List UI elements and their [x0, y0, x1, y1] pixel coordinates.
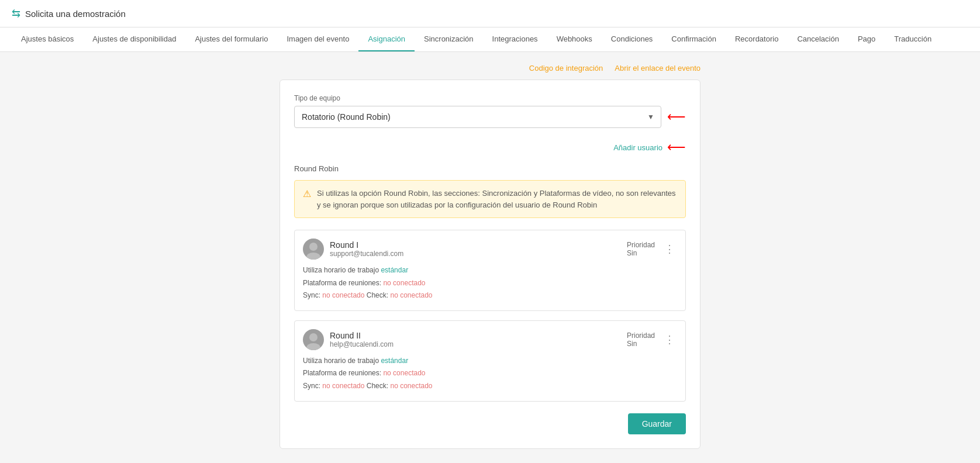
nav-item-integraciones[interactable]: Integraciones [483, 27, 547, 51]
user-1-sync-check: Sync: no conectado Check: no conectado [303, 289, 677, 302]
user-1-platform: Plataforma de reuniones: no conectado [303, 277, 677, 290]
add-user-button[interactable]: Añadir usuario [613, 143, 662, 152]
user-2-platform-value[interactable]: no conectado [383, 369, 425, 377]
user-2-sync-check: Sync: no conectado Check: no conectado [303, 380, 677, 393]
nav-item-imagen[interactable]: Imagen del evento [277, 27, 358, 51]
user-1-avatar [303, 239, 324, 260]
nav-item-sincronizacion[interactable]: Sincronización [415, 27, 483, 51]
user-row-1-header: Round I support@tucalendi.com Prioridad … [303, 239, 677, 260]
user-2-platform: Plataforma de reuniones: no conectado [303, 367, 677, 380]
main-nav: Ajustes básicos Ajustes de disponibilida… [0, 27, 980, 52]
user-2-priority-label: Prioridad [627, 331, 655, 340]
svg-point-1 [309, 243, 318, 251]
user-2-priority-section: Prioridad Sin ⋮ [627, 331, 677, 348]
user-1-check-value[interactable]: no conectado [390, 291, 432, 299]
add-user-row: Añadir usuario ⟵ [294, 140, 686, 155]
nav-item-asignacion[interactable]: Asignación [358, 27, 415, 51]
user-2-priority-value: Sin [627, 340, 655, 348]
user-1-sync-value[interactable]: no conectado [322, 291, 364, 299]
user-1-platform-text: Plataforma de reuniones: [303, 279, 381, 287]
user-2-details: Utiliza horario de trabajo estándar Plat… [303, 355, 677, 393]
nav-item-formulario[interactable]: Ajustes del formulario [185, 27, 277, 51]
team-type-group: Tipo de equipo Rotatorio (Round Robin) C… [294, 94, 686, 128]
nav-item-pago[interactable]: Pago [848, 27, 885, 51]
save-row: Guardar [294, 413, 686, 434]
user-2-check-value[interactable]: no conectado [390, 382, 432, 390]
user-1-work-schedule-text: Utiliza horario de trabajo [303, 266, 379, 274]
user-2-work-schedule: Utiliza horario de trabajo estándar [303, 355, 677, 368]
user-2-name-email: Round II help@tucalendi.com [330, 331, 394, 348]
user-2-name: Round II [330, 331, 394, 340]
save-button[interactable]: Guardar [628, 413, 686, 434]
user-1-check-text: Check: [367, 291, 388, 299]
nav-item-webhooks[interactable]: Webhooks [547, 27, 602, 51]
arrow-indicator-select: ⟵ [667, 109, 686, 125]
user-1-sync-text: Sync: [303, 291, 320, 299]
user-2-info: Round II help@tucalendi.com [303, 329, 394, 350]
user-1-work-schedule-link[interactable]: estándar [381, 266, 408, 274]
user-1-priority-value: Sin [627, 249, 655, 257]
svg-point-4 [309, 333, 318, 341]
nav-item-confirmacion[interactable]: Confirmación [662, 27, 726, 51]
user-1-details: Utiliza horario de trabajo estándar Plat… [303, 264, 677, 302]
nav-item-cancelacion[interactable]: Cancelación [788, 27, 848, 51]
user-1-priority: Prioridad Sin [627, 241, 655, 257]
user-1-name: Round I [330, 240, 403, 250]
user-1-email: support@tucalendi.com [330, 250, 403, 258]
warning-triangle-icon: ⚠ [303, 188, 311, 210]
user-2-work-schedule-link[interactable]: estándar [381, 357, 408, 365]
user-2-platform-text: Plataforma de reuniones: [303, 369, 381, 377]
nav-item-ajustes-basicos[interactable]: Ajustes básicos [12, 27, 83, 51]
user-2-sync-value[interactable]: no conectado [322, 382, 364, 390]
header: ⇆ Solicita una demostración [0, 0, 980, 27]
team-type-select-wrapper: Rotatorio (Round Robin) Colectivo Indivi… [294, 106, 686, 128]
user-2-avatar [303, 329, 324, 350]
round-robin-section-title: Round Robin [294, 164, 686, 173]
nav-item-condiciones[interactable]: Condiciones [602, 27, 662, 51]
user-1-info: Round I support@tucalendi.com [303, 239, 403, 260]
user-1-platform-value[interactable]: no conectado [383, 279, 425, 287]
team-type-select-container: Rotatorio (Round Robin) Colectivo Indivi… [294, 106, 661, 128]
user-1-priority-section: Prioridad Sin ⋮ [627, 241, 677, 257]
open-event-link[interactable]: Abrir el enlace del evento [615, 64, 701, 72]
user-1-name-email: Round I support@tucalendi.com [330, 240, 403, 258]
user-row-1: Round I support@tucalendi.com Prioridad … [294, 230, 686, 311]
integration-code-link[interactable]: Codigo de integración [529, 64, 603, 72]
user-2-check-text: Check: [367, 382, 388, 390]
arrow-indicator-add-user: ⟵ [667, 140, 686, 155]
user-1-priority-label: Prioridad [627, 241, 655, 249]
user-2-priority: Prioridad Sin [627, 331, 655, 348]
warning-text: Si utilizas la opción Round Robin, las s… [317, 188, 677, 210]
header-icon: ⇆ [12, 7, 20, 20]
team-type-label: Tipo de equipo [294, 94, 686, 102]
main-content: Codigo de integración Abrir el enlace de… [0, 52, 980, 461]
user-row-2: Round II help@tucalendi.com Prioridad Si… [294, 320, 686, 402]
top-actions-bar: Codigo de integración Abrir el enlace de… [279, 64, 701, 72]
user-row-2-header: Round II help@tucalendi.com Prioridad Si… [303, 329, 677, 350]
main-card: Tipo de equipo Rotatorio (Round Robin) C… [279, 80, 701, 449]
warning-box: ⚠ Si utilizas la opción Round Robin, las… [294, 180, 686, 218]
user-2-email: help@tucalendi.com [330, 340, 394, 348]
user-2-work-schedule-text: Utiliza horario de trabajo [303, 357, 379, 365]
user-2-menu-button[interactable]: ⋮ [662, 333, 677, 346]
nav-item-traduccion[interactable]: Traducción [885, 27, 941, 51]
user-1-menu-button[interactable]: ⋮ [662, 243, 677, 255]
user-2-sync-text: Sync: [303, 382, 320, 390]
page-title: Solicita una demostración [25, 9, 126, 19]
user-1-work-schedule: Utiliza horario de trabajo estándar [303, 264, 677, 277]
nav-item-recordatorio[interactable]: Recordatorio [726, 27, 788, 51]
nav-item-disponibilidad[interactable]: Ajustes de disponibilidad [83, 27, 185, 51]
team-type-select[interactable]: Rotatorio (Round Robin) Colectivo Indivi… [294, 106, 661, 128]
